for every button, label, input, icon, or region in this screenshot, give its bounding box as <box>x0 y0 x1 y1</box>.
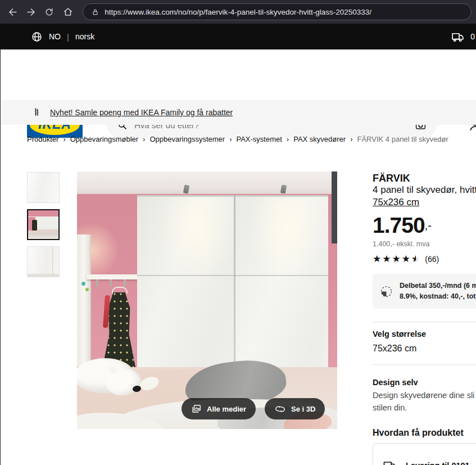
country-code[interactable]: NO <box>49 32 61 41</box>
rotate-3d-icon <box>274 404 286 414</box>
price-amount: 1.750 <box>373 213 425 237</box>
price-suffix: ,- <box>425 219 432 232</box>
installment-line1: Delbetal 350,-/mnd (6 m <box>400 281 476 291</box>
delivery-truck-icon <box>383 459 398 465</box>
divider <box>373 364 476 365</box>
all-media-label: Alle medier <box>207 405 246 413</box>
thumbnail-image <box>28 173 59 202</box>
star-half-icon: ★★ <box>411 254 420 265</box>
breadcrumb-item[interactable]: Produkter <box>27 135 58 143</box>
divider <box>373 322 476 322</box>
product-type: 4 panel til skyvedør, hvitt <box>373 184 476 196</box>
delivery-label: Levering til 0191 <box>406 461 470 465</box>
back-icon[interactable] <box>4 3 21 20</box>
browser-toolbar: https://www.ikea.com/no/no/p/faervik-4-p… <box>0 0 476 24</box>
site-header: IKEA <box>0 49 476 100</box>
thumbnail-list <box>27 172 61 283</box>
chevron-right-icon: › <box>350 135 352 143</box>
star-icon: ★ <box>402 254 410 265</box>
breadcrumb-item[interactable]: Oppbevaringssystemer <box>149 135 225 143</box>
chevron-right-icon: › <box>229 135 232 143</box>
view-3d-button[interactable]: Se i 3D <box>265 398 325 419</box>
wall-hook <box>96 279 98 287</box>
curtain <box>332 171 337 243</box>
fulfillment-heading: Hvordan få produktet <box>373 428 464 438</box>
star-icon: ★ <box>392 254 401 265</box>
wall-rail <box>87 274 138 279</box>
ikea-product-page: https://www.ikea.com/no/no/p/faervik-4-p… <box>0 0 476 465</box>
breadcrumb-current: FÄRVIK 4 panel til skyvedør <box>357 135 448 143</box>
trinket <box>85 288 89 291</box>
panel-seam <box>137 275 328 276</box>
lock-icon <box>91 8 99 16</box>
globe-icon[interactable] <box>31 31 43 43</box>
truck-icon[interactable] <box>451 31 465 43</box>
breadcrumb-item[interactable]: PAX skyvedører <box>293 135 346 143</box>
breadcrumb-item[interactable]: Oppbevaringsmøbler <box>70 135 138 143</box>
reload-icon[interactable] <box>42 3 58 20</box>
side-cabinet <box>77 234 91 367</box>
forward-icon[interactable] <box>23 3 39 20</box>
chevron-right-icon: › <box>143 135 145 143</box>
teddy-bear-ear <box>109 365 117 374</box>
all-media-button[interactable]: Alle medier <box>182 398 256 419</box>
view-3d-label: Se i 3D <box>291 405 315 413</box>
ikea-topbar: NO | norsk 0 <box>0 24 476 49</box>
ceiling <box>77 171 337 194</box>
thumbnail-product-panel[interactable] <box>27 172 60 203</box>
size-section-heading: Velg størrelse <box>373 329 426 338</box>
home-icon[interactable] <box>60 3 76 20</box>
thumbnail-image-detail <box>32 220 37 231</box>
chevron-right-icon: › <box>63 135 65 143</box>
product-main-image[interactable]: Alle medier Se i 3D <box>77 171 337 429</box>
trinket <box>81 282 85 286</box>
breadcrumb-item[interactable]: PAX-systemet <box>236 135 282 143</box>
wall-hook <box>110 279 112 287</box>
product-name: FÄRVIK <box>373 173 410 184</box>
thumbnail-panel-corner[interactable] <box>27 246 60 277</box>
installment-text: Delbetal 350,-/mnd (6 m 8.9%, kostnad: 4… <box>400 281 476 302</box>
design-description: Design skyvedørene dine sli <box>373 391 474 400</box>
language-label[interactable]: norsk <box>75 32 94 41</box>
star-icon: ★ <box>382 254 391 265</box>
buy-panel: FÄRVIK 4 panel til skyvedør, hvitt 75x23… <box>373 171 476 465</box>
wall-hook <box>124 279 126 287</box>
review-count: (66) <box>425 255 439 264</box>
thumbnail-image <box>28 247 59 277</box>
product-section: Alle medier Se i 3D FÄRVIK 4 panel til s… <box>0 171 476 465</box>
installment-line2: 8.9%, kostnad: 40,-, tot <box>400 291 476 302</box>
promo-link[interactable]: Nyhet! Samle poeng med IKEA Family og få… <box>50 108 233 117</box>
design-description: stilen din. <box>373 403 407 412</box>
price-excl-vat: 1.400,- ekskl. mva <box>373 240 429 248</box>
installment-banner[interactable]: Delbetal 350,-/mnd (6 m 8.9%, kostnad: 4… <box>373 274 476 309</box>
product-price: 1.750,- <box>373 213 432 238</box>
topbar-divider: | <box>67 32 69 42</box>
size-value[interactable]: 75x236 cm <box>373 344 416 354</box>
delivery-option[interactable]: Levering til 0191 <box>373 443 476 465</box>
chevron-right-icon: › <box>287 135 289 143</box>
breadcrumb: Produkter › Oppbevaringsmøbler › Oppbeva… <box>27 135 471 143</box>
thumbnail-room-scene-selected[interactable] <box>27 209 60 240</box>
cart-count[interactable]: 0 <box>470 32 475 41</box>
rating-stars[interactable]: ★ ★ ★ ★ ★★ (66) <box>373 254 439 265</box>
window-edge <box>0 49 1 465</box>
url-text: https://www.ikea.com/no/no/p/faervik-4-p… <box>105 8 371 16</box>
url-bar[interactable]: https://www.ikea.com/no/no/p/faervik-4-p… <box>83 3 472 20</box>
part-payment-icon <box>379 285 393 299</box>
design-section-heading: Design selv <box>373 378 418 387</box>
star-icon: ★ <box>373 254 381 265</box>
media-gallery-icon <box>191 404 202 414</box>
promo-banner: Nyhet! Samle poeng med IKEA Family og få… <box>0 100 476 125</box>
variant-link[interactable]: 75x236 cm <box>373 197 419 208</box>
ikea-family-squiggle-icon <box>31 106 42 119</box>
